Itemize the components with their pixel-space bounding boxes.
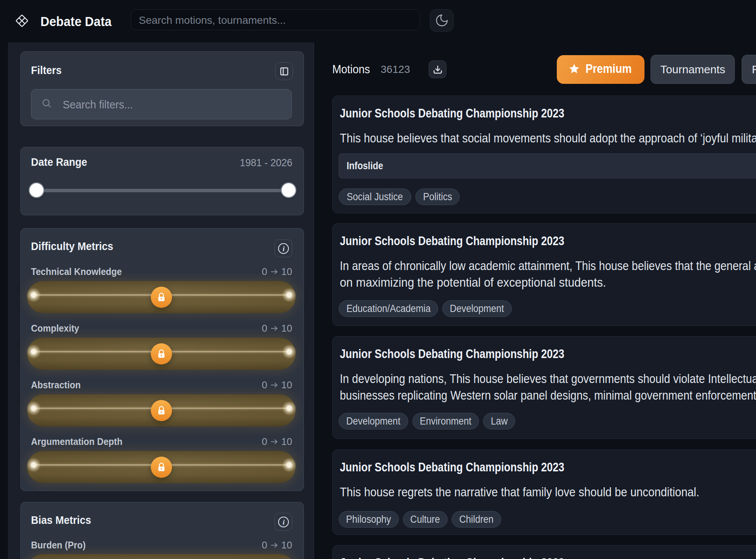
svg-text:i: i [282,518,285,526]
svg-text:i: i [282,244,285,252]
